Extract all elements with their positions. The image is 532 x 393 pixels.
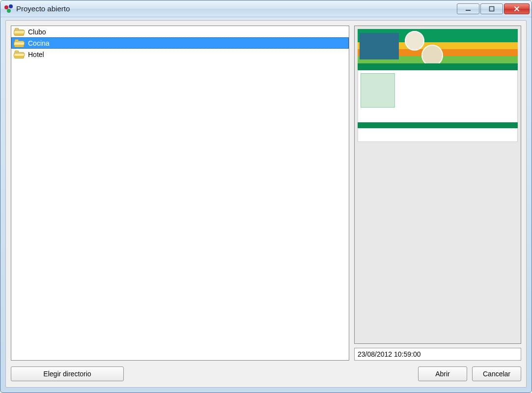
folder-icon [14,28,24,36]
app-icon [4,4,13,13]
window-controls [457,3,530,14]
titlebar[interactable]: Proyecto abierto [0,0,532,17]
maximize-icon [489,6,495,12]
svg-rect-1 [490,6,494,11]
content-row: CluboCocinaHotel 23/0 [11,26,521,361]
right-column: 23/08/2012 10:59:00 [354,26,521,361]
open-button[interactable]: Abrir [418,366,467,381]
choose-directory-button[interactable]: Elegir directorio [11,366,124,381]
folder-icon [14,51,24,58]
svg-rect-0 [466,10,471,11]
preview-thumbnail [358,29,518,142]
list-item-label: Hotel [28,51,44,58]
minimize-button[interactable] [457,3,479,14]
project-list[interactable]: CluboCocinaHotel [11,26,349,361]
folder-icon [14,39,24,47]
dialog-window: Proyecto abierto CluboCocinaHotel [0,0,532,393]
preview-frame [354,26,521,344]
cancel-button[interactable]: Cancelar [472,366,521,381]
timestamp-field: 23/08/2012 10:59:00 [354,348,521,361]
close-icon [514,6,520,12]
list-item-label: Cocina [28,39,50,47]
button-row: Elegir directorio Abrir Cancelar [11,365,521,382]
list-item-label: Clubo [28,28,46,36]
client-area: CluboCocinaHotel 23/0 [5,20,527,388]
list-item[interactable]: Clubo [11,26,349,37]
close-button[interactable] [504,3,530,14]
list-item[interactable]: Hotel [11,49,349,60]
minimize-icon [465,6,471,12]
list-item[interactable]: Cocina [11,37,349,49]
maximize-button[interactable] [480,3,503,14]
window-title: Proyecto abierto [16,4,70,13]
